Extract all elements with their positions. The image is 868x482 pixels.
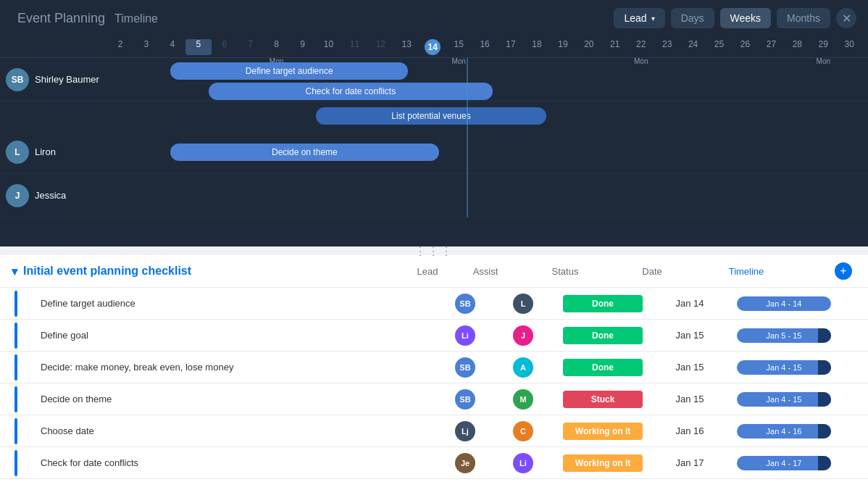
bar-define-target-audience[interactable]: Define target audience (170, 62, 408, 80)
date-21: 21 (602, 39, 628, 55)
date-6: 6 (212, 39, 238, 55)
app-header: Event Planning Timeline Lead ▾ Days Week… (0, 0, 868, 36)
row-status-cell: Working on it (552, 420, 654, 443)
row-task-name: Decide on theme (32, 388, 436, 410)
days-view-button[interactable]: Days (671, 8, 714, 28)
row-lead-cell: SB (436, 389, 494, 410)
row-assist-cell: A (494, 357, 552, 378)
table-row[interactable]: Define event format K SB Jan 18 Jan 5 - … (0, 479, 868, 482)
row-timeline-cell: Jan 4 - 14 (726, 294, 842, 314)
row-timeline-cell: Jan 4 - 15 (726, 357, 842, 378)
row-task-name: Choose date (32, 420, 436, 442)
row-indent (0, 323, 32, 349)
bar-check-date-conflicts[interactable]: Check for date conflicts (209, 83, 492, 100)
date-24: 24 (680, 39, 706, 55)
assist-avatar: M (513, 389, 533, 410)
add-column-button[interactable]: + (830, 262, 856, 280)
row-status-cell: Done (552, 356, 654, 379)
row-task-name: Check for date conflicts (32, 452, 436, 474)
person-liron: L Liron (0, 141, 101, 164)
date-11: 11 (341, 39, 367, 55)
status-badge: Done (563, 359, 643, 376)
row-indent (0, 386, 32, 412)
name-jessica: Jessica (35, 190, 66, 201)
row-timeline-cell: Jan 5 - 15 (726, 325, 842, 346)
project-name: Event Planning (17, 11, 105, 25)
row-date-cell: Jan 15 (654, 394, 726, 404)
date-8: 8 Mon (264, 39, 290, 55)
gantt-row-jessica: J Jessica (0, 174, 868, 217)
status-badge: Stuck (563, 391, 643, 408)
row-assist-cell: Li (494, 453, 552, 473)
table-row[interactable]: Choose date Lj C Working on it Jan 16 Ja… (0, 415, 868, 447)
timeline-chip: Jan 5 - 15 (737, 328, 831, 343)
date-27: 27 (758, 39, 784, 55)
close-button[interactable]: ✕ (836, 8, 856, 28)
row-indent (0, 450, 32, 476)
row-assist-cell: J (494, 325, 552, 346)
date-15: 15 Mon (446, 39, 472, 55)
add-column-icon[interactable]: + (835, 262, 852, 280)
lead-avatar: SB (455, 294, 475, 314)
bar-decide-theme[interactable]: Decide on theme (170, 144, 438, 161)
section-expand-icon[interactable]: ▾ (12, 265, 17, 278)
row-color-bar (14, 386, 17, 412)
row-task-name: Define target audience (32, 292, 436, 315)
status-badge: Working on it (563, 423, 643, 440)
lead-avatar: Li (455, 325, 475, 346)
avatar-jessica: J (6, 184, 29, 207)
row-indent (0, 418, 32, 444)
row-date-cell: Jan 15 (654, 330, 726, 341)
date-26: 26 (733, 39, 759, 55)
date-19: 19 (550, 39, 576, 55)
status-badge: Working on it (563, 454, 643, 472)
timeline-chip: Jan 4 - 15 (737, 360, 831, 375)
table-row[interactable]: Define target audience SB L Done Jan 14 … (0, 288, 868, 320)
timeline-chip: Jan 4 - 14 (737, 296, 831, 311)
date-17: 17 (498, 39, 524, 55)
date-3: 3 (133, 39, 159, 55)
lead-avatar: Lj (455, 421, 475, 441)
assist-avatar: J (513, 325, 533, 346)
gantt-container: SB Shirley Baumer Define target audience… (0, 58, 868, 217)
row-color-bar (14, 354, 17, 381)
date-7: 7 (238, 39, 264, 55)
row-status-cell: Done (552, 324, 654, 347)
row-color-bar (14, 450, 17, 476)
row-date-cell: Jan 15 (654, 362, 726, 373)
date-9: 9 (290, 39, 316, 55)
table-row[interactable]: Decide on theme SB M Stuck Jan 15 Jan 4 … (0, 383, 868, 415)
date-25: 25 (706, 39, 733, 55)
table-row[interactable]: Decide: make money, break even, lose mon… (0, 352, 868, 383)
row-timeline-cell: Jan 4 - 16 (726, 421, 842, 441)
lead-avatar: SB (455, 389, 475, 410)
row-lead-cell: SB (436, 357, 494, 378)
bar-list-venues[interactable]: List potential venues (316, 107, 546, 125)
app-title: Event Planning Timeline (12, 11, 158, 26)
timeline-section: 2 3 4 5 6 7 8 Mon 9 10 11 12 13 14 15 Mo… (0, 36, 868, 246)
row-timeline-cell: Jan 4 - 15 (726, 389, 842, 410)
row-lead-cell: SB (436, 294, 494, 314)
avatar-shirley: SB (6, 68, 29, 91)
section-header: ▾ Initial event planning checklist Lead … (0, 255, 868, 288)
date-30: 30 (836, 39, 862, 55)
row-assist-cell: C (494, 421, 552, 441)
weeks-view-button[interactable]: Weeks (720, 8, 772, 28)
col-timeline-header: Timeline (688, 266, 804, 277)
row-status-cell: Stuck (552, 388, 654, 411)
date-12: 12 (367, 39, 393, 55)
table-row[interactable]: Check for date conflicts Je Li Working o… (0, 447, 868, 479)
gantt-row-shirley-2: List potential venues (0, 101, 868, 130)
row-timeline-cell: Jan 4 - 17 (726, 453, 842, 473)
table-row[interactable]: Define goal Li J Done Jan 15 Jan 5 - 15 (0, 320, 868, 352)
date-29: 29 Mon (810, 39, 836, 55)
lead-dropdown[interactable]: Lead ▾ (614, 8, 664, 28)
divider-handle[interactable]: ⋮⋮⋮ (0, 246, 868, 255)
today-indicator: 14 (425, 39, 441, 55)
gantt-row-shirley: SB Shirley Baumer Define target audience… (0, 58, 868, 101)
date-28: 28 (784, 39, 810, 55)
date-20: 20 (576, 39, 602, 55)
row-date-cell: Jan 17 (654, 457, 726, 468)
bars-jessica (101, 174, 868, 217)
months-view-button[interactable]: Months (777, 8, 830, 28)
